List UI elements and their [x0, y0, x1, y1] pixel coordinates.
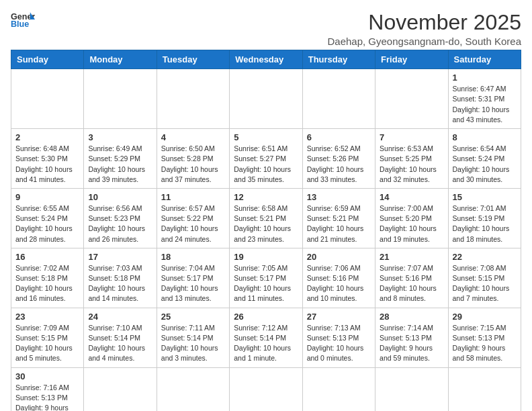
day-number: 22 [453, 252, 517, 262]
day-number: 15 [453, 192, 517, 202]
day-cell: 9Sunrise: 6:55 AM Sunset: 5:24 PM Daylig… [11, 188, 84, 248]
weekday-header-friday: Friday [375, 50, 448, 69]
day-number: 30 [15, 371, 79, 381]
day-cell [302, 367, 375, 411]
day-number: 23 [15, 312, 79, 322]
weekday-header-row: SundayMondayTuesdayWednesdayThursdayFrid… [11, 50, 521, 69]
week-row-1: 2Sunrise: 6:48 AM Sunset: 5:30 PM Daylig… [11, 129, 521, 189]
day-cell: 13Sunrise: 6:59 AM Sunset: 5:21 PM Dayli… [302, 188, 375, 248]
day-cell: 18Sunrise: 7:04 AM Sunset: 5:17 PM Dayli… [157, 248, 229, 308]
day-cell: 10Sunrise: 6:56 AM Sunset: 5:23 PM Dayli… [84, 188, 157, 248]
day-info: Sunrise: 6:52 AM Sunset: 5:26 PM Dayligh… [307, 144, 371, 185]
day-info: Sunrise: 7:13 AM Sunset: 5:13 PM Dayligh… [307, 323, 371, 364]
day-cell: 5Sunrise: 6:51 AM Sunset: 5:27 PM Daylig… [230, 129, 302, 189]
day-cell: 7Sunrise: 6:53 AM Sunset: 5:25 PM Daylig… [375, 129, 448, 189]
day-cell [230, 69, 302, 129]
week-row-3: 16Sunrise: 7:02 AM Sunset: 5:18 PM Dayli… [11, 248, 521, 308]
weekday-header-tuesday: Tuesday [157, 50, 229, 69]
day-info: Sunrise: 7:10 AM Sunset: 5:14 PM Dayligh… [88, 323, 152, 364]
day-info: Sunrise: 7:08 AM Sunset: 5:15 PM Dayligh… [453, 263, 517, 304]
day-cell: 26Sunrise: 7:12 AM Sunset: 5:14 PM Dayli… [230, 308, 302, 367]
day-info: Sunrise: 6:57 AM Sunset: 5:22 PM Dayligh… [161, 203, 225, 244]
page-header: General Blue November 2025 Daehap, Gyeon… [11, 11, 521, 47]
day-info: Sunrise: 7:01 AM Sunset: 5:19 PM Dayligh… [453, 203, 517, 244]
day-cell: 15Sunrise: 7:01 AM Sunset: 5:19 PM Dayli… [448, 188, 521, 248]
weekday-header-sunday: Sunday [11, 50, 84, 69]
day-cell: 30Sunrise: 7:16 AM Sunset: 5:13 PM Dayli… [11, 367, 84, 411]
day-cell [157, 69, 229, 129]
day-cell: 4Sunrise: 6:50 AM Sunset: 5:28 PM Daylig… [157, 129, 229, 189]
day-cell [84, 69, 157, 129]
day-info: Sunrise: 7:05 AM Sunset: 5:17 PM Dayligh… [234, 263, 298, 304]
day-info: Sunrise: 6:55 AM Sunset: 5:24 PM Dayligh… [15, 203, 79, 244]
title-area: November 2025 Daehap, Gyeongsangnam-do, … [327, 11, 521, 47]
day-cell: 23Sunrise: 7:09 AM Sunset: 5:15 PM Dayli… [11, 308, 84, 367]
day-number: 6 [307, 132, 371, 142]
day-info: Sunrise: 7:14 AM Sunset: 5:13 PM Dayligh… [380, 323, 443, 364]
day-number: 13 [307, 192, 371, 202]
day-info: Sunrise: 6:58 AM Sunset: 5:21 PM Dayligh… [234, 203, 298, 244]
day-info: Sunrise: 7:07 AM Sunset: 5:16 PM Dayligh… [380, 263, 443, 304]
day-info: Sunrise: 6:51 AM Sunset: 5:27 PM Dayligh… [234, 144, 298, 185]
day-number: 26 [234, 312, 298, 322]
day-info: Sunrise: 7:04 AM Sunset: 5:17 PM Dayligh… [161, 263, 225, 304]
day-cell [11, 69, 84, 129]
svg-text:Blue: Blue [11, 19, 29, 29]
day-cell: 8Sunrise: 6:54 AM Sunset: 5:24 PM Daylig… [448, 129, 521, 189]
weekday-header-thursday: Thursday [302, 50, 375, 69]
day-cell: 12Sunrise: 6:58 AM Sunset: 5:21 PM Dayli… [230, 188, 302, 248]
day-number: 20 [307, 252, 371, 262]
day-info: Sunrise: 6:56 AM Sunset: 5:23 PM Dayligh… [88, 203, 152, 244]
day-info: Sunrise: 7:11 AM Sunset: 5:14 PM Dayligh… [161, 323, 225, 364]
day-cell: 24Sunrise: 7:10 AM Sunset: 5:14 PM Dayli… [84, 308, 157, 367]
day-cell: 3Sunrise: 6:49 AM Sunset: 5:29 PM Daylig… [84, 129, 157, 189]
day-cell: 19Sunrise: 7:05 AM Sunset: 5:17 PM Dayli… [230, 248, 302, 308]
month-title: November 2025 [327, 11, 521, 34]
day-info: Sunrise: 7:15 AM Sunset: 5:13 PM Dayligh… [453, 323, 517, 364]
day-info: Sunrise: 6:53 AM Sunset: 5:25 PM Dayligh… [380, 144, 443, 185]
day-number: 17 [88, 252, 152, 262]
day-info: Sunrise: 6:48 AM Sunset: 5:30 PM Dayligh… [15, 144, 79, 185]
day-number: 29 [453, 312, 517, 322]
day-number: 8 [453, 132, 517, 142]
day-cell: 14Sunrise: 7:00 AM Sunset: 5:20 PM Dayli… [375, 188, 448, 248]
day-number: 12 [234, 192, 298, 202]
day-info: Sunrise: 7:03 AM Sunset: 5:18 PM Dayligh… [88, 263, 152, 304]
day-cell: 11Sunrise: 6:57 AM Sunset: 5:22 PM Dayli… [157, 188, 229, 248]
day-info: Sunrise: 7:16 AM Sunset: 5:13 PM Dayligh… [15, 383, 79, 411]
weekday-header-saturday: Saturday [448, 50, 521, 69]
day-info: Sunrise: 6:54 AM Sunset: 5:24 PM Dayligh… [453, 144, 517, 185]
day-cell [230, 367, 302, 411]
day-cell: 1Sunrise: 6:47 AM Sunset: 5:31 PM Daylig… [448, 69, 521, 129]
day-info: Sunrise: 6:49 AM Sunset: 5:29 PM Dayligh… [88, 144, 152, 185]
day-number: 24 [88, 312, 152, 322]
week-row-0: 1Sunrise: 6:47 AM Sunset: 5:31 PM Daylig… [11, 69, 521, 129]
location-subtitle: Daehap, Gyeongsangnam-do, South Korea [327, 36, 521, 47]
day-cell: 6Sunrise: 6:52 AM Sunset: 5:26 PM Daylig… [302, 129, 375, 189]
day-info: Sunrise: 7:09 AM Sunset: 5:15 PM Dayligh… [15, 323, 79, 364]
day-number: 7 [380, 132, 443, 142]
day-number: 25 [161, 312, 225, 322]
day-cell: 25Sunrise: 7:11 AM Sunset: 5:14 PM Dayli… [157, 308, 229, 367]
week-row-2: 9Sunrise: 6:55 AM Sunset: 5:24 PM Daylig… [11, 188, 521, 248]
day-number: 5 [234, 132, 298, 142]
day-cell [157, 367, 229, 411]
day-number: 3 [88, 132, 152, 142]
day-cell [302, 69, 375, 129]
day-info: Sunrise: 7:12 AM Sunset: 5:14 PM Dayligh… [234, 323, 298, 364]
day-cell: 28Sunrise: 7:14 AM Sunset: 5:13 PM Dayli… [375, 308, 448, 367]
calendar: SundayMondayTuesdayWednesdayThursdayFrid… [11, 50, 521, 411]
day-number: 28 [380, 312, 443, 322]
day-info: Sunrise: 7:02 AM Sunset: 5:18 PM Dayligh… [15, 263, 79, 304]
day-cell: 16Sunrise: 7:02 AM Sunset: 5:18 PM Dayli… [11, 248, 84, 308]
day-number: 9 [15, 192, 79, 202]
day-info: Sunrise: 7:00 AM Sunset: 5:20 PM Dayligh… [380, 203, 443, 244]
day-number: 16 [15, 252, 79, 262]
day-cell [375, 367, 448, 411]
day-number: 21 [380, 252, 443, 262]
week-row-4: 23Sunrise: 7:09 AM Sunset: 5:15 PM Dayli… [11, 308, 521, 367]
day-info: Sunrise: 6:50 AM Sunset: 5:28 PM Dayligh… [161, 144, 225, 185]
day-number: 19 [234, 252, 298, 262]
logo-icon: General Blue [11, 11, 35, 30]
day-number: 11 [161, 192, 225, 202]
